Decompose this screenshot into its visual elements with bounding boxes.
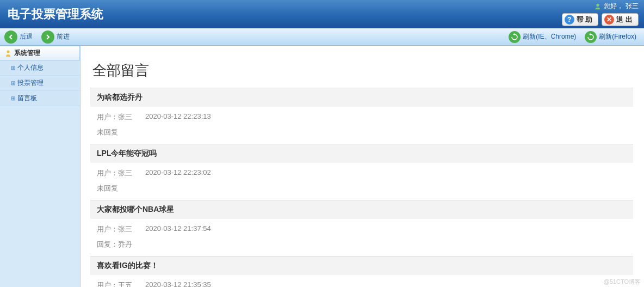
system-icon <box>4 50 12 57</box>
watermark: @51CTO博客 <box>604 278 641 286</box>
refresh-icon <box>509 31 521 43</box>
greeting-prefix: 您好， <box>604 2 623 11</box>
content-area: 全部留言 为啥都选乔丹用户：张三2020-03-12 22:23:13未回复LP… <box>81 46 644 287</box>
message-title[interactable]: LPL今年能夺冠吗 <box>90 144 633 163</box>
message-block: LPL今年能夺冠吗用户：张三2020-03-12 22:23:02未回复 <box>90 144 633 200</box>
back-button[interactable] <box>4 30 17 44</box>
toolbar-left: 后退 前进 <box>4 30 76 44</box>
page-title: 全部留言 <box>90 57 633 88</box>
refresh-ff-label: 刷新(Firefox) <box>599 32 636 41</box>
help-label: 帮 助 <box>577 15 593 25</box>
refresh-ff-button[interactable]: 刷新(Firefox) <box>581 30 640 44</box>
refresh-icon <box>585 31 597 43</box>
message-reply: 回复：乔丹 <box>90 240 633 256</box>
message-time: 2020-03-12 22:23:13 <box>145 112 211 122</box>
sidebar-item-label: 留言板 <box>17 94 37 103</box>
message-block: 为啥都选乔丹用户：张三2020-03-12 22:23:13未回复 <box>90 88 633 144</box>
sidebar-header[interactable]: 系统管理 <box>0 46 80 60</box>
sidebar-header-label: 系统管理 <box>14 48 40 58</box>
message-reply: 未回复 <box>90 127 633 144</box>
exit-label: 退 出 <box>616 15 633 25</box>
message-time: 2020-03-12 21:35:35 <box>145 280 211 287</box>
expand-icon: ⊞ <box>11 95 15 101</box>
message-block: 大家都投哪个NBA球星用户：张三2020-03-12 21:37:54回复：乔丹 <box>90 200 633 256</box>
message-meta: 用户：王五2020-03-12 21:35:35 <box>90 275 633 287</box>
app-title: 电子投票管理系统 <box>5 6 103 22</box>
message-user: 用户：王五 <box>97 280 132 287</box>
message-title[interactable]: 为啥都选乔丹 <box>90 88 633 107</box>
message-meta: 用户：张三2020-03-12 22:23:02 <box>90 163 633 184</box>
exit-button[interactable]: ✕ 退 出 <box>602 13 639 26</box>
svg-point-0 <box>596 3 599 6</box>
help-icon: ? <box>565 15 574 25</box>
app-header: 电子投票管理系统 您好， 张三 ? 帮 助 ✕ 退 出 <box>0 0 644 28</box>
user-greeting: 您好， 张三 <box>594 2 639 11</box>
message-reply: 未回复 <box>90 184 633 200</box>
expand-icon: ⊞ <box>11 80 15 86</box>
sidebar: 系统管理 ⊞ 个人信息 ⊞ 投票管理 ⊞ 留言板 <box>0 46 81 287</box>
forward-label: 前进 <box>57 32 70 41</box>
refresh-ie-button[interactable]: 刷新(IE、Chrome) <box>505 30 579 44</box>
messages-list: 为啥都选乔丹用户：张三2020-03-12 22:23:13未回复LPL今年能夺… <box>90 88 633 287</box>
forward-arrow-icon <box>45 34 51 40</box>
forward-button[interactable] <box>41 30 54 44</box>
header-buttons: ? 帮 助 ✕ 退 出 <box>562 13 639 26</box>
back-label: 后退 <box>20 32 33 41</box>
sidebar-item-label: 投票管理 <box>17 78 44 88</box>
message-title[interactable]: 喜欢看IG的比赛！ <box>90 257 633 275</box>
exit-icon: ✕ <box>604 15 614 25</box>
help-button[interactable]: ? 帮 助 <box>562 13 599 26</box>
greeting-username: 张三 <box>626 2 639 11</box>
message-time: 2020-03-12 22:23:02 <box>145 168 211 178</box>
refresh-ie-label: 刷新(IE、Chrome) <box>523 32 576 41</box>
message-title[interactable]: 大家都投哪个NBA球星 <box>90 200 633 219</box>
sidebar-item-label: 个人信息 <box>17 63 44 72</box>
toolbar: 后退 前进 刷新(IE、Chrome) 刷新(Firefox) <box>0 28 644 46</box>
message-user: 用户：张三 <box>97 168 132 178</box>
toolbar-right: 刷新(IE、Chrome) 刷新(Firefox) <box>505 30 640 44</box>
back-arrow-icon <box>8 34 14 40</box>
message-user: 用户：张三 <box>97 224 132 234</box>
message-user: 用户：张三 <box>97 112 132 122</box>
message-meta: 用户：张三2020-03-12 22:23:13 <box>90 107 633 127</box>
main-area: 系统管理 ⊞ 个人信息 ⊞ 投票管理 ⊞ 留言板 全部留言 为啥都选乔丹用户：张… <box>0 46 644 287</box>
message-block: 喜欢看IG的比赛！用户：王五2020-03-12 21:35:35未回复 <box>90 256 633 287</box>
user-icon <box>594 3 602 10</box>
message-meta: 用户：张三2020-03-12 21:37:54 <box>90 219 633 240</box>
sidebar-item-board[interactable]: ⊞ 留言板 <box>0 91 80 106</box>
sidebar-item-personal[interactable]: ⊞ 个人信息 <box>0 60 80 76</box>
message-time: 2020-03-12 21:37:54 <box>145 224 211 234</box>
svg-point-1 <box>7 50 10 53</box>
header-right: 您好， 张三 ? 帮 助 ✕ 退 出 <box>562 2 639 26</box>
sidebar-item-vote[interactable]: ⊞ 投票管理 <box>0 76 80 91</box>
expand-icon: ⊞ <box>11 65 15 71</box>
